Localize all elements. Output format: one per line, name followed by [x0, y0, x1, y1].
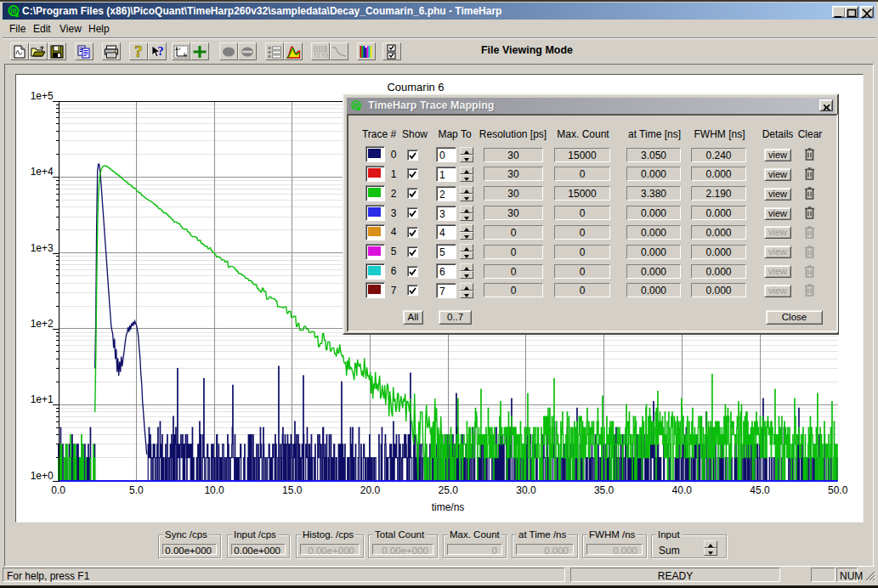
- svg-text:1e+4: 1e+4: [31, 166, 54, 178]
- svg-text:30.0: 30.0: [516, 484, 536, 496]
- svg-text:15.0: 15.0: [282, 484, 303, 496]
- svg-text:1e+3: 1e+3: [31, 242, 54, 254]
- svg-text:1e+2: 1e+2: [31, 318, 54, 330]
- svg-text:25.0: 25.0: [439, 484, 459, 496]
- svg-text:1e+1: 1e+1: [31, 393, 54, 405]
- svg-text:45.0: 45.0: [750, 484, 770, 496]
- svg-text:35.0: 35.0: [594, 484, 615, 496]
- svg-text:1e+0: 1e+0: [31, 470, 54, 482]
- svg-text:50.0: 50.0: [828, 484, 848, 496]
- svg-text:40.0: 40.0: [672, 484, 693, 496]
- svg-text:Coumarin 6: Coumarin 6: [387, 81, 444, 93]
- svg-text:1e+5: 1e+5: [31, 90, 54, 102]
- svg-text:T2 T3: T2 T3: [314, 53, 328, 59]
- svg-text:10.0: 10.0: [204, 484, 224, 496]
- svg-text:20.0: 20.0: [360, 484, 381, 496]
- svg-text:5.0: 5.0: [129, 484, 144, 496]
- svg-text:0.0: 0.0: [51, 484, 65, 496]
- svg-text:time/ns: time/ns: [432, 501, 465, 513]
- svg-text:?: ?: [134, 45, 143, 59]
